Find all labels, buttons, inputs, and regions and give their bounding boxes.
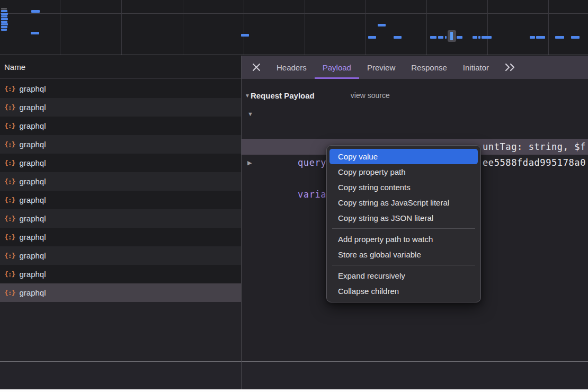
request-row[interactable]: {:}graphql xyxy=(0,228,241,246)
network-activity-bar xyxy=(368,36,376,39)
request-row[interactable]: {:}graphql xyxy=(0,191,241,209)
request-name-label: graphql xyxy=(19,195,46,204)
json-request-icon: {:} xyxy=(4,196,15,204)
timeline-gridline xyxy=(366,0,366,55)
network-activity-bar xyxy=(1,29,7,31)
more-tabs-button[interactable] xyxy=(504,63,516,72)
tab-payload[interactable]: Payload xyxy=(315,56,359,79)
json-request-icon: {:} xyxy=(4,122,15,130)
view-source-link[interactable]: view source xyxy=(351,91,390,100)
timeline-gridline xyxy=(183,0,183,55)
timeline-gridline xyxy=(60,0,60,55)
network-activity-bar xyxy=(473,36,477,39)
property-preview-fragment: ee5588fdad995178a0 xyxy=(483,155,586,171)
menu-item-expand-recursively[interactable]: Expand recursively xyxy=(329,268,478,283)
request-name-label: graphql xyxy=(19,103,46,112)
json-request-icon: {:} xyxy=(4,252,15,260)
timeline-gridline xyxy=(548,0,549,55)
timeline-hover-marker-tick xyxy=(450,32,453,40)
network-activity-bar xyxy=(482,36,492,39)
network-activity-bar xyxy=(478,36,480,39)
json-request-icon: {:} xyxy=(4,215,15,222)
request-row[interactable]: {:}graphql xyxy=(0,154,241,172)
network-activity-bar xyxy=(1,10,7,12)
double-chevron-right-icon xyxy=(504,63,516,72)
network-activity-bar xyxy=(457,36,462,39)
network-activity-bar xyxy=(438,36,443,39)
request-name-label: graphql xyxy=(19,140,46,149)
screenshot-bottom-edge xyxy=(0,389,588,392)
tab-initiator[interactable]: Initiator xyxy=(455,56,497,79)
menu-item-copy-string-as-json-literal[interactable]: Copy string as JSON literal xyxy=(329,210,478,226)
panel-split-divider[interactable] xyxy=(241,56,242,389)
network-activity-bar xyxy=(430,36,436,39)
payload-tree-operation-row[interactable]: operationName: "ipFlowTimeseries" xyxy=(241,122,588,138)
collapse-triangle-icon: ▼ xyxy=(245,93,250,99)
request-name-label: graphql xyxy=(19,158,46,167)
close-panel-button[interactable] xyxy=(252,63,261,72)
timeline-gridline xyxy=(244,0,244,55)
request-name-label: graphql xyxy=(19,121,46,130)
tab-preview[interactable]: Preview xyxy=(359,56,403,79)
request-row[interactable]: {:}graphql xyxy=(0,265,241,283)
request-row[interactable]: {:}graphql xyxy=(0,117,241,135)
request-row[interactable]: {:}graphql xyxy=(0,172,241,191)
network-overview-timeline[interactable] xyxy=(0,0,588,55)
network-activity-bar xyxy=(394,36,402,39)
close-icon xyxy=(252,63,261,72)
menu-item-copy-string-as-javascript-literal[interactable]: Copy string as JavaScript literal xyxy=(329,195,478,210)
property-value-right-fragment: untTag: string, $f xyxy=(483,139,586,155)
request-list-empty-area xyxy=(0,302,241,361)
json-request-icon: {:} xyxy=(4,85,15,93)
timeline-horizontal-gridline xyxy=(0,13,588,14)
column-header-label: Name xyxy=(4,63,25,72)
network-activity-bar xyxy=(1,8,7,10)
menu-separator xyxy=(332,265,475,265)
network-activity-bar xyxy=(1,18,8,20)
request-row[interactable]: {:}graphql xyxy=(0,79,241,98)
network-activity-bar xyxy=(555,36,564,39)
request-list: {:}graphql{:}graphql{:}graphql{:}graphql… xyxy=(0,79,241,302)
request-row[interactable]: {:}graphql xyxy=(0,283,241,302)
json-request-icon: {:} xyxy=(4,289,15,297)
tab-response[interactable]: Response xyxy=(403,56,455,79)
menu-item-copy-string-contents[interactable]: Copy string contents xyxy=(329,180,478,195)
status-bar xyxy=(0,362,588,389)
request-name-label: graphql xyxy=(19,270,46,279)
request-row[interactable]: {:}graphql xyxy=(0,98,241,117)
timeline-gridline xyxy=(305,0,305,55)
request-row[interactable]: {:}graphql xyxy=(0,209,241,228)
network-activity-bar xyxy=(31,10,40,13)
collapsed-triangle-icon: ▶ xyxy=(247,155,252,171)
network-activity-bar xyxy=(445,36,447,39)
timeline-gridline xyxy=(487,0,488,55)
network-activity-bar xyxy=(1,15,7,17)
request-payload-section-header[interactable]: ▼ Request Payload view source xyxy=(241,86,390,104)
request-row[interactable]: {:}graphql xyxy=(0,246,241,265)
timeline-gridline xyxy=(121,0,122,55)
request-name-label: graphql xyxy=(19,288,46,297)
request-name-label: graphql xyxy=(19,84,46,93)
json-request-icon: {:} xyxy=(4,270,15,278)
network-activity-bar xyxy=(241,34,249,37)
json-request-icon: {:} xyxy=(4,103,15,111)
requests-column-header[interactable]: Name xyxy=(0,56,241,79)
request-name-label: graphql xyxy=(19,214,46,223)
network-activity-bar xyxy=(378,24,386,26)
context-menu: Copy valueCopy property pathCopy string … xyxy=(326,145,481,302)
tab-headers[interactable]: Headers xyxy=(269,56,315,79)
json-request-icon: {:} xyxy=(4,177,15,185)
menu-item-store-as-global-variable[interactable]: Store as global variable xyxy=(329,247,478,262)
network-activity-bar xyxy=(1,23,8,25)
payload-tree-root-row[interactable]: ▼ {operationName: "ipFlowTimeseries", va… xyxy=(241,106,588,122)
devtools-network-panel: Name HeadersPayloadPreviewResponseInitia… xyxy=(0,0,588,392)
menu-item-add-property-path-to-watch[interactable]: Add property path to watch xyxy=(329,231,478,247)
menu-item-copy-property-path[interactable]: Copy property path xyxy=(329,164,478,180)
expanded-triangle-icon: ▼ xyxy=(247,106,253,122)
menu-item-collapse-children[interactable]: Collapse children xyxy=(329,283,478,299)
menu-separator xyxy=(332,228,475,229)
menu-item-copy-value[interactable]: Copy value xyxy=(329,149,478,164)
request-name-label: graphql xyxy=(19,233,46,242)
request-row[interactable]: {:}graphql xyxy=(0,135,241,154)
detail-tabbar: HeadersPayloadPreviewResponseInitiator xyxy=(241,56,588,79)
